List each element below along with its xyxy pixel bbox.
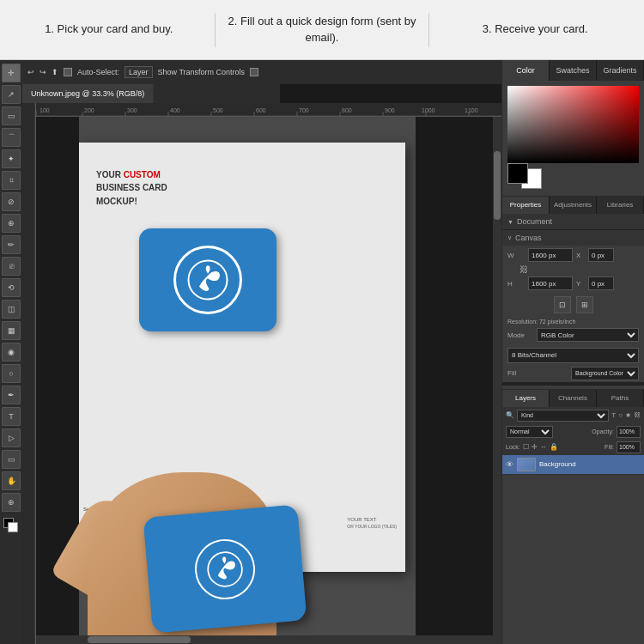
color-panel-tabs: Color Swatches Gradients [502, 60, 644, 81]
clone-tool[interactable]: ⎚ [2, 257, 21, 276]
right-panel: Color Swatches Gradients [501, 60, 644, 644]
filter-icon-t[interactable]: T [611, 411, 616, 419]
zoom-tool[interactable]: ⊕ [2, 493, 21, 512]
arrow-tool[interactable]: ↗ [2, 85, 21, 104]
lh-logo-lower [192, 537, 258, 602]
path-select-tool[interactable]: ▷ [2, 428, 21, 447]
svg-text:300: 300 [127, 107, 137, 113]
fg-bg-color[interactable] [3, 518, 19, 533]
crane-svg-upper [186, 258, 229, 301]
hand-tool[interactable]: ✋ [2, 471, 21, 490]
props-tab-adjustments[interactable]: Adjustments [550, 197, 597, 214]
color-gradient-svg [507, 86, 639, 163]
opacity-input[interactable] [617, 426, 641, 438]
expand-icon[interactable]: ⊞ [576, 296, 593, 313]
canvas-height-input[interactable] [528, 276, 573, 290]
ps-top-toolbar: ↩ ↪ ⬆ Auto-Select: Layer Show Transform … [22, 60, 501, 84]
ps-tab-unknown[interactable]: Unknown.jpeg @ 33.3% (RGB/8) [22, 84, 154, 103]
vertical-scrollbar[interactable] [493, 117, 501, 644]
history-tool[interactable]: ⟲ [2, 278, 21, 297]
svg-rect-27 [507, 86, 639, 163]
blur-tool[interactable]: ◉ [2, 343, 21, 361]
lasso-tool[interactable]: ⌒ [2, 128, 21, 147]
arrow-icon-3[interactable]: ⬆ [52, 68, 58, 76]
fill-input[interactable] [617, 441, 641, 453]
mode-select[interactable]: RGB Color [537, 328, 639, 342]
step-divider-1 [215, 13, 216, 47]
quick-select-tool[interactable]: ✦ [2, 149, 21, 168]
eyedropper-tool[interactable]: ⊘ [2, 192, 21, 211]
tab-swatches[interactable]: Swatches [550, 60, 597, 81]
layer-background[interactable]: 👁 Background [502, 455, 644, 475]
props-tab-properties[interactable]: Properties [502, 197, 550, 214]
tab-channels[interactable]: Channels [550, 390, 597, 407]
props-document-section[interactable]: ▼ Document [502, 214, 644, 229]
scrollbar-thumb-v[interactable] [494, 151, 501, 220]
canvas-section-title[interactable]: ∨ Canvas [502, 230, 644, 246]
pen-tool[interactable]: ✒ [2, 386, 21, 404]
canvas-y-input[interactable] [588, 276, 614, 290]
filter-icon-chain[interactable]: ⛓ [634, 411, 641, 419]
dodge-tool[interactable]: ○ [2, 364, 21, 383]
color-gradient-field[interactable] [507, 86, 639, 163]
lock-row: Lock: ☐ ✛ ↔ 🔒 Fill: [502, 440, 644, 455]
step-divider-2 [428, 13, 429, 47]
brush-tool[interactable]: ✏ [2, 235, 21, 254]
step-2: 2. Fill out a quick design form (sent by… [228, 14, 416, 45]
tab-paths[interactable]: Paths [597, 390, 644, 407]
props-tabs: Properties Adjustments Libraries [502, 197, 644, 214]
business-card-lower [143, 504, 307, 633]
layer-eye-icon[interactable]: 👁 [506, 460, 513, 469]
lock-icon-3[interactable]: ↔ [540, 443, 547, 451]
lock-icon-2[interactable]: ✛ [532, 443, 538, 451]
eraser-tool[interactable]: ◫ [2, 300, 21, 319]
fill-label-sm: Fill: [605, 444, 614, 450]
foreground-color[interactable] [507, 163, 528, 184]
step-3-text: 3. Receive your card. [483, 22, 588, 35]
healing-tool[interactable]: ⊕ [2, 214, 21, 233]
ps-canvas-area: YOUR CUSTOMBUSINESS CARDMOCKUP! Select s… [36, 117, 501, 644]
layers-tabs: Layers Channels Paths [502, 390, 644, 407]
horizontal-scrollbar[interactable] [36, 635, 493, 644]
filter-icon-star[interactable]: ★ [625, 411, 631, 419]
shape-tool[interactable]: ▭ [2, 450, 21, 469]
step-2-text: 2. Fill out a quick design form (sent by… [228, 15, 416, 43]
fill-select[interactable]: Background Color [571, 367, 639, 380]
color-picker-area[interactable] [507, 86, 639, 189]
svg-text:900: 900 [385, 107, 395, 113]
tab-color[interactable]: Color [502, 60, 550, 81]
tab-layers[interactable]: Layers [502, 390, 550, 407]
props-tab-libraries[interactable]: Libraries [597, 197, 644, 214]
crop-tool[interactable]: ⌗ [2, 171, 21, 190]
color-fg-bg[interactable] [507, 163, 542, 189]
tab-gradients[interactable]: Gradients [597, 60, 644, 81]
layer-dropdown[interactable]: Layer [125, 66, 153, 78]
text-tool[interactable]: T [2, 407, 21, 426]
fit-icon[interactable]: ⊡ [554, 296, 571, 313]
marquee-tool[interactable]: ▭ [2, 106, 21, 125]
bit-depth-select[interactable]: 8 Bits/Channel [507, 348, 639, 363]
chain-link-row: ⛓ [502, 264, 644, 274]
filter-icon-circle[interactable]: ○ [618, 411, 623, 419]
blend-mode-select[interactable]: Normal [506, 426, 553, 438]
y-label: Y [576, 280, 585, 288]
arrow-icon-2[interactable]: ↪ [39, 68, 46, 76]
kind-select[interactable]: Kind [517, 410, 609, 422]
photoshop-window: ✛ ↗ ▭ ⌒ ✦ ⌗ ⊘ ⊕ ✏ ⎚ ⟲ ◫ ▦ ◉ ○ ✒ T ▷ ▭ ✋ … [0, 60, 644, 644]
doc-section-label: Document [517, 217, 552, 226]
move-tool[interactable]: ✛ [2, 64, 21, 82]
svg-text:200: 200 [84, 107, 94, 113]
gradient-tool[interactable]: ▦ [2, 321, 21, 340]
lock-icon-1[interactable]: ☐ [523, 443, 529, 451]
canvas-x-input[interactable] [588, 248, 614, 262]
show-transform-checkbox[interactable] [250, 68, 258, 76]
svg-text:1100: 1100 [465, 107, 478, 113]
scrollbar-thumb-h[interactable] [88, 636, 191, 643]
arrow-icon-1[interactable]: ↩ [27, 68, 34, 76]
fill-label: Fill [507, 369, 568, 377]
x-label: X [576, 252, 585, 259]
auto-select-checkbox[interactable] [64, 68, 72, 76]
layers-search-bar: 🔍 Kind T ○ ★ ⛓ [502, 407, 644, 424]
canvas-width-input[interactable] [528, 248, 573, 262]
lock-icon-4[interactable]: 🔒 [550, 443, 558, 451]
